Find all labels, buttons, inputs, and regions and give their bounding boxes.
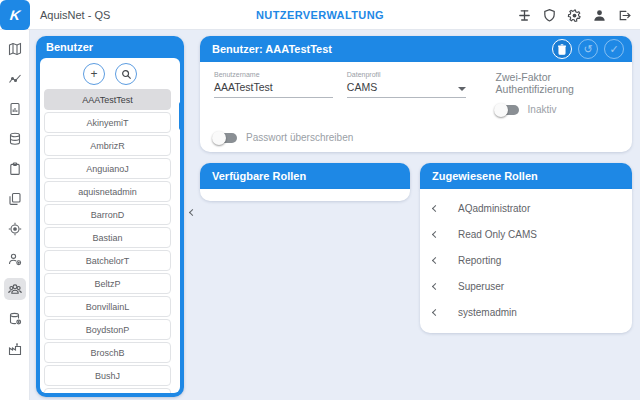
dataprofile-value: CAMS [347, 81, 458, 93]
sidebar-item-report[interactable] [4, 98, 26, 120]
assigned-role-row: systemadmin [420, 299, 632, 325]
documents-icon [8, 192, 22, 206]
user-list-panel: Benutzer + AAATestTestAkinyemiTAmbrizRAn… [36, 36, 184, 397]
user-list-toolbar: + [40, 63, 180, 85]
username-value: AAATestTest [214, 81, 333, 93]
detail-actions: ↺ ✓ [552, 39, 624, 59]
move-role-left-button[interactable] [420, 232, 450, 237]
user-list-item[interactable]: AkinyemiT [44, 112, 171, 133]
available-roles-header: Verfügbare Rollen [200, 163, 410, 189]
database-settings-icon [8, 312, 22, 326]
user-list-item[interactable]: AnguianoJ [44, 158, 171, 179]
dataprofile-field: Datenprofil CAMS [347, 71, 466, 115]
assigned-roles-panel: Zugewiesene Rollen AQadministrator Read … [420, 163, 632, 333]
user-list-item[interactable]: BatchelorT [44, 250, 171, 271]
sidebar-item-database[interactable] [4, 128, 26, 150]
add-user-button[interactable]: + [83, 63, 105, 85]
move-role-left-button[interactable] [420, 284, 450, 289]
nav-rail [0, 30, 30, 400]
confirm-icon: ✓ [609, 43, 618, 56]
user-list-item[interactable]: BoydstonP [44, 319, 171, 340]
clipboard-icon [8, 162, 22, 176]
twofactor-label: Zwei-Faktor Authentifizierung [496, 71, 618, 95]
user-settings-icon [8, 252, 22, 266]
user-list-item[interactable]: BarronD [44, 204, 171, 225]
twofactor-state: Inaktiv [528, 104, 557, 115]
password-override-row: Passwort überschreiben [214, 132, 618, 143]
undo-icon: ↺ [583, 43, 592, 56]
sidebar-item-target[interactable] [4, 218, 26, 240]
assigned-role-row: Reporting [420, 247, 632, 273]
search-user-button[interactable] [115, 63, 137, 85]
sidebar-item-documents[interactable] [4, 188, 26, 210]
sidebar-item-database-settings[interactable] [4, 308, 26, 330]
available-roles-body [200, 189, 410, 201]
factory-icon [8, 342, 22, 356]
role-label: AQadministrator [458, 203, 530, 214]
username-field: Benutzername AAATestTest [214, 71, 333, 115]
assigned-role-row: Read Only CAMS [420, 221, 632, 247]
shield-icon[interactable] [541, 7, 557, 23]
add-icon: + [90, 67, 97, 81]
twofactor-toggle[interactable] [496, 105, 519, 115]
settings-icon[interactable] [566, 7, 582, 23]
user-list-scrollbar[interactable] [179, 102, 183, 130]
delete-icon [557, 44, 567, 55]
account-icon[interactable] [591, 7, 607, 23]
sidebar-item-groups[interactable] [4, 278, 26, 300]
user-list-item-partial[interactable] [44, 388, 171, 393]
user-panel-body: + AAATestTestAkinyemiTAmbrizRAnguianoJaq… [40, 58, 180, 393]
user-list-item[interactable]: AAATestTest [44, 89, 171, 110]
assigned-roles-title: Zugewiesene Rollen [420, 170, 632, 182]
user-list-item[interactable]: BeltzP [44, 273, 171, 294]
chevron-down-icon [458, 87, 466, 91]
dataprofile-select[interactable]: CAMS [347, 78, 466, 98]
user-list-item[interactable]: BushJ [44, 365, 171, 386]
assigned-role-row: Superuser [420, 273, 632, 299]
chevron-left-icon [431, 204, 438, 211]
user-list-item[interactable]: BroschB [44, 342, 171, 363]
sidebar-item-clipboard[interactable] [4, 158, 26, 180]
user-detail-panel: Benutzer: AAATestTest ↺ ✓ Benutzername A… [200, 36, 632, 152]
user-list-item[interactable]: aquisnetadmin [44, 181, 171, 202]
groups-icon [8, 282, 22, 296]
logout-icon[interactable] [616, 7, 632, 23]
username-input[interactable]: AAATestTest [214, 78, 333, 98]
twofactor-section: Zwei-Faktor Authentifizierung Inaktiv [496, 71, 618, 115]
role-label: Read Only CAMS [458, 229, 537, 240]
report-icon [8, 102, 22, 116]
chevron-left-icon [431, 230, 438, 237]
user-list-item[interactable]: Bastian [44, 227, 171, 248]
move-role-left-button[interactable] [420, 206, 450, 211]
chevron-left-icon [188, 208, 195, 215]
role-label: systemadmin [458, 307, 517, 318]
delete-user-button[interactable] [552, 39, 572, 59]
chevron-left-icon [431, 308, 438, 315]
assigned-roles-header: Zugewiesene Rollen [420, 163, 632, 189]
user-list-item[interactable]: AmbrizR [44, 135, 171, 156]
confirm-button[interactable]: ✓ [604, 39, 624, 59]
machine-icon[interactable] [516, 7, 532, 23]
password-override-label: Passwort überschreiben [246, 132, 353, 143]
available-roles-panel: Verfügbare Rollen [200, 163, 410, 201]
move-role-left-button[interactable] [420, 310, 450, 315]
move-role-left-button[interactable] [420, 258, 450, 263]
role-label: Reporting [458, 255, 501, 266]
collapse-panel-button[interactable] [187, 204, 197, 220]
sidebar-item-factory[interactable] [4, 338, 26, 360]
username-label: Benutzername [214, 71, 333, 78]
user-list-item[interactable]: BonvillainL [44, 296, 171, 317]
password-override-toggle[interactable] [214, 133, 237, 143]
sidebar-item-map[interactable] [4, 38, 26, 60]
search-icon [121, 69, 132, 80]
undo-button[interactable]: ↺ [578, 39, 598, 59]
sidebar-item-user-settings[interactable] [4, 248, 26, 270]
detail-panel-body: Benutzername AAATestTest Datenprofil CAM… [200, 62, 632, 152]
topbar-actions [516, 0, 632, 30]
sidebar-item-chart[interactable] [4, 68, 26, 90]
chevron-left-icon [431, 282, 438, 289]
database-icon [8, 132, 22, 146]
chart-icon [8, 72, 22, 86]
toggle-knob [494, 103, 508, 117]
target-icon [8, 222, 22, 236]
